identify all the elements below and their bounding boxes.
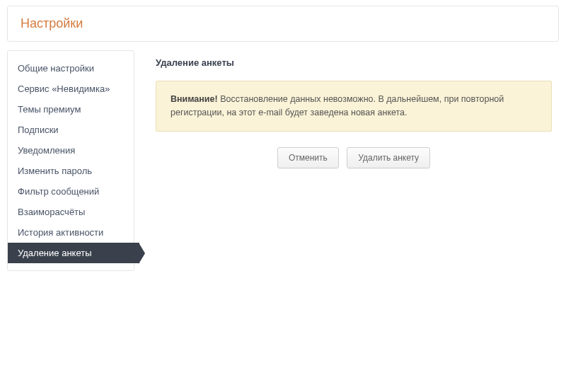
main-content: Удаление анкеты Внимание! Восстановление… — [134, 50, 559, 271]
delete-profile-button[interactable]: Удалить анкету — [347, 147, 430, 168]
sidebar-item-subscriptions[interactable]: Подписки — [8, 120, 134, 140]
cancel-button[interactable]: Отменить — [277, 147, 339, 168]
page-title: Настройки — [21, 16, 545, 31]
sidebar-item-mutual-settlements[interactable]: Взаиморасчёты — [8, 202, 134, 222]
sidebar-item-invisible[interactable]: Сервис «Невидимка» — [8, 79, 134, 99]
sidebar-item-change-password[interactable]: Изменить пароль — [8, 161, 134, 181]
sidebar-item-activity-history[interactable]: История активности — [8, 222, 134, 243]
section-title: Удаление анкеты — [156, 57, 552, 68]
button-row: Отменить Удалить анкету — [156, 147, 552, 168]
sidebar-item-general[interactable]: Общие настройки — [8, 58, 134, 79]
warning-strong: Внимание! — [171, 94, 218, 104]
settings-sidebar: Общие настройки Сервис «Невидимка» Темы … — [7, 50, 134, 271]
warning-box: Внимание! Восстановление данных невозмож… — [156, 81, 552, 132]
sidebar-item-premium-themes[interactable]: Темы премиум — [8, 99, 134, 120]
sidebar-item-message-filter[interactable]: Фильтр сообщений — [8, 181, 134, 202]
warning-text: Восстановление данных невозможно. В даль… — [171, 94, 504, 117]
sidebar-item-notifications[interactable]: Уведомления — [8, 140, 134, 161]
header-card: Настройки — [7, 6, 559, 42]
sidebar-item-delete-profile[interactable]: Удаление анкеты — [8, 243, 139, 263]
